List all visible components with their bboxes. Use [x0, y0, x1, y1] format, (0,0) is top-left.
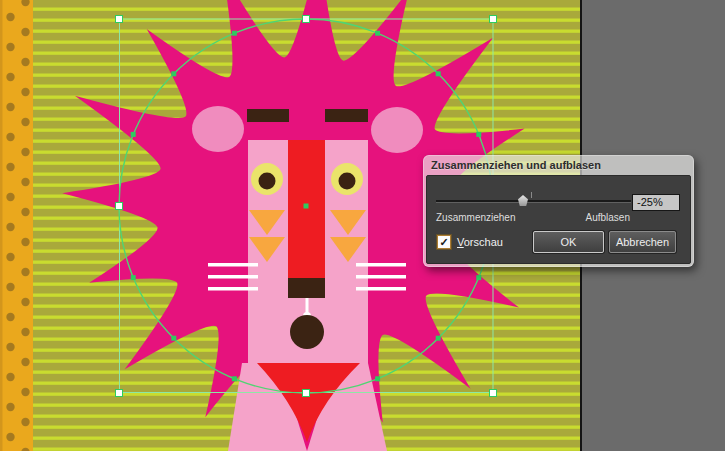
dialog-title-bar[interactable]: Zusammenziehen und aufblasen [423, 155, 694, 175]
lion-whisker[interactable] [356, 263, 406, 267]
slider-center-tick [531, 192, 532, 198]
anchor-point[interactable] [131, 275, 136, 280]
anchor-point[interactable] [375, 376, 380, 381]
lion-eyebrow-right[interactable] [325, 109, 368, 122]
anchor-point[interactable] [232, 31, 237, 36]
polka-dot [21, 328, 29, 336]
polka-dot [21, 418, 29, 426]
polka-dot [6, 223, 14, 231]
polka-dot [21, 118, 29, 126]
value-field[interactable]: -25% [632, 194, 680, 211]
lion-whisker[interactable] [356, 287, 406, 291]
polka-dot [6, 133, 14, 141]
polka-dot [6, 73, 14, 81]
polka-dot [21, 208, 29, 216]
polka-dot [6, 103, 14, 111]
polka-dot [6, 163, 14, 171]
anchor-point[interactable] [232, 376, 237, 381]
selection-handle[interactable] [490, 390, 497, 397]
lion-pupil-left[interactable] [259, 173, 276, 190]
label-aufblasen: Aufblasen [586, 212, 630, 223]
selection-handle[interactable] [116, 203, 123, 210]
selection-handle[interactable] [116, 390, 123, 397]
cancel-button[interactable]: Abbrechen [609, 231, 676, 253]
polka-dot [21, 58, 29, 66]
polka-dot [21, 178, 29, 186]
polka-dot [21, 388, 29, 396]
polka-dot [21, 268, 29, 276]
lion-ear-right[interactable] [371, 107, 423, 153]
lion-eyebrow-left[interactable] [247, 109, 289, 122]
lion-whisker[interactable] [356, 275, 406, 279]
anchor-point[interactable] [476, 132, 481, 137]
lion-pupil-right[interactable] [339, 173, 356, 190]
polka-dot [21, 88, 29, 96]
selection-handle[interactable] [490, 16, 497, 23]
dialog-body: -25% Zusammenziehen Aufblasen ✓ Vorschau… [426, 175, 691, 264]
ok-button[interactable]: OK [533, 231, 604, 253]
pucker-bloat-dialog: Zusammenziehen und aufblasen -25% Zusamm… [423, 155, 694, 267]
anchor-point[interactable] [171, 71, 176, 76]
polka-dot [6, 313, 14, 321]
anchor-point[interactable] [171, 336, 176, 341]
anchor-point[interactable] [131, 132, 136, 137]
lion-whisker[interactable] [208, 275, 258, 279]
anchor-point[interactable] [436, 336, 441, 341]
lion-nose-stripe[interactable] [288, 140, 325, 278]
anchor-point[interactable] [476, 275, 481, 280]
lion-whisker[interactable] [208, 287, 258, 291]
lion-mouth[interactable] [290, 315, 324, 349]
polka-dot [6, 343, 14, 351]
polka-dot [6, 193, 14, 201]
polka-dot [21, 238, 29, 246]
polka-dot [6, 373, 14, 381]
polka-dot [6, 433, 14, 441]
lion-nose-tip[interactable] [288, 278, 325, 298]
slider-track[interactable] [436, 200, 631, 202]
slider-thumb[interactable] [518, 195, 528, 206]
anchor-point[interactable] [375, 31, 380, 36]
selection-handle[interactable] [303, 390, 310, 397]
preview-checkbox[interactable]: ✓ [437, 235, 451, 249]
label-zusammenziehen: Zusammenziehen [436, 212, 515, 223]
polka-dot [21, 298, 29, 306]
lion-whisker[interactable] [208, 263, 258, 267]
preview-label: Vorschau [457, 236, 503, 248]
polka-dot [6, 253, 14, 261]
polka-dot [21, 28, 29, 36]
selection-handle[interactable] [116, 16, 123, 23]
polka-dot [21, 358, 29, 366]
polka-dot [6, 43, 14, 51]
selection-handle[interactable] [303, 16, 310, 23]
orange-border-strip[interactable] [0, 0, 33, 451]
checkmark-icon: ✓ [439, 236, 448, 248]
polka-dot [6, 403, 14, 411]
anchor-point[interactable] [436, 71, 441, 76]
polka-dot [6, 13, 14, 21]
lion-ear-left[interactable] [192, 106, 244, 152]
polka-dot [21, 148, 29, 156]
anchor-point[interactable] [304, 204, 309, 209]
illustrator-window: Zusammenziehen und aufblasen -25% Zusamm… [0, 0, 725, 451]
polka-dot [6, 283, 14, 291]
